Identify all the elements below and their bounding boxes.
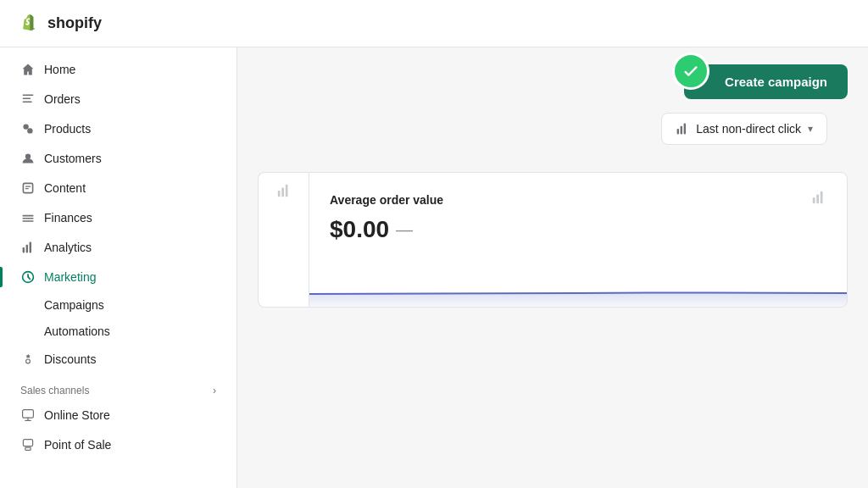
svg-rect-8 <box>25 188 29 189</box>
content-icon <box>20 180 36 196</box>
metric-title: Average order value <box>330 193 443 207</box>
svg-rect-11 <box>30 242 31 253</box>
svg-rect-7 <box>25 186 31 187</box>
metric-chart-icon <box>811 190 826 209</box>
create-campaign-button[interactable]: Create campaign <box>684 64 848 99</box>
sidebar-label-products: Products <box>44 122 91 136</box>
top-bar: shopify <box>0 0 868 47</box>
sidebar-item-point-of-sale[interactable]: Point of Sale <box>7 430 230 459</box>
svg-rect-25 <box>821 191 823 203</box>
metric-card-main: Average order value $0.00 — <box>309 172 848 308</box>
small-card-chart-icon <box>276 183 292 202</box>
svg-rect-22 <box>285 185 287 197</box>
logo-area: shopify <box>17 12 102 36</box>
sidebar-label-discounts: Discounts <box>44 352 96 366</box>
metric-title-row: Average order value <box>330 190 826 209</box>
main-layout: Home Orders Products Customers <box>0 47 868 488</box>
cards-area: Average order value $0.00 — <box>237 172 868 308</box>
attribution-dropdown[interactable]: Last non-direct click ▾ <box>661 113 827 145</box>
svg-rect-21 <box>281 187 284 197</box>
sidebar-label-home: Home <box>44 63 75 76</box>
svg-point-5 <box>25 153 31 158</box>
analytics-icon <box>20 240 36 255</box>
dropdown-chevron-icon: ▾ <box>808 123 813 135</box>
sales-channels-chevron-icon[interactable]: › <box>213 385 216 396</box>
sidebar: Home Orders Products Customers <box>0 47 237 488</box>
sidebar-label-content: Content <box>44 181 86 195</box>
point-of-sale-icon <box>20 437 36 452</box>
svg-rect-16 <box>25 447 31 450</box>
metric-dash: — <box>396 220 413 240</box>
svg-rect-15 <box>23 440 32 446</box>
svg-rect-24 <box>816 194 819 203</box>
online-store-icon <box>20 408 36 423</box>
sidebar-item-home[interactable]: Home <box>7 55 230 84</box>
sidebar-label-campaigns: Campaigns <box>44 298 104 312</box>
metric-card-small <box>258 172 309 308</box>
chart-line-container <box>309 256 847 307</box>
sidebar-label-analytics: Analytics <box>44 241 92 254</box>
sidebar-label-online-store: Online Store <box>44 408 110 422</box>
svg-rect-0 <box>23 94 34 96</box>
customers-icon <box>20 151 36 166</box>
svg-point-4 <box>27 128 32 133</box>
orders-icon <box>20 92 36 107</box>
svg-rect-10 <box>26 245 28 253</box>
metric-value-row: $0.00 — <box>330 216 826 243</box>
sidebar-item-content[interactable]: Content <box>7 174 230 202</box>
sidebar-item-products[interactable]: Products <box>7 114 230 143</box>
home-icon <box>20 62 36 77</box>
sidebar-label-finances: Finances <box>44 211 92 225</box>
sales-channels-header: Sales channels › <box>0 374 236 400</box>
svg-rect-17 <box>677 129 679 134</box>
sidebar-label-point-of-sale: Point of Sale <box>44 438 111 452</box>
svg-rect-9 <box>23 247 25 252</box>
sidebar-sub-item-automations[interactable]: Automations <box>7 319 230 344</box>
sidebar-label-orders: Orders <box>44 92 81 106</box>
metric-value: $0.00 <box>330 216 389 243</box>
attribution-label: Last non-direct click <box>696 122 801 136</box>
content-header-row: Last non-direct click ▾ <box>237 113 868 158</box>
svg-rect-2 <box>23 101 32 103</box>
svg-rect-23 <box>813 197 815 203</box>
content-top-bar: Create campaign <box>237 47 868 113</box>
sidebar-item-orders[interactable]: Orders <box>7 85 230 114</box>
check-circle-icon <box>672 53 709 90</box>
finances-icon <box>20 210 36 225</box>
svg-rect-19 <box>684 124 686 135</box>
sidebar-item-marketing[interactable]: Marketing <box>7 263 230 291</box>
products-icon <box>20 121 36 136</box>
svg-rect-14 <box>23 410 34 419</box>
marketing-icon <box>20 269 36 285</box>
svg-point-13 <box>26 359 31 363</box>
sidebar-item-analytics[interactable]: Analytics <box>7 233 230 262</box>
chart-svg <box>309 256 847 307</box>
sidebar-label-marketing: Marketing <box>44 270 96 284</box>
sales-channels-label: Sales channels <box>20 385 89 396</box>
sidebar-item-customers[interactable]: Customers <box>7 144 230 173</box>
sidebar-item-online-store[interactable]: Online Store <box>7 401 230 430</box>
svg-rect-20 <box>277 191 280 197</box>
logo-text: shopify <box>47 14 102 32</box>
create-campaign-label: Create campaign <box>725 75 827 89</box>
sidebar-item-finances[interactable]: Finances <box>7 203 230 232</box>
sidebar-label-customers: Customers <box>44 152 102 165</box>
sidebar-sub-item-campaigns[interactable]: Campaigns <box>7 292 230 318</box>
svg-rect-1 <box>23 97 31 99</box>
bar-chart-icon <box>676 122 689 136</box>
shopify-logo-icon <box>17 12 41 36</box>
main-content: Create campaign Last non-direct click ▾ <box>237 47 868 488</box>
svg-point-3 <box>23 124 28 129</box>
discounts-icon <box>20 352 36 367</box>
svg-rect-18 <box>681 126 682 135</box>
sidebar-item-discounts[interactable]: Discounts <box>7 345 230 374</box>
sidebar-label-automations: Automations <box>44 324 110 338</box>
